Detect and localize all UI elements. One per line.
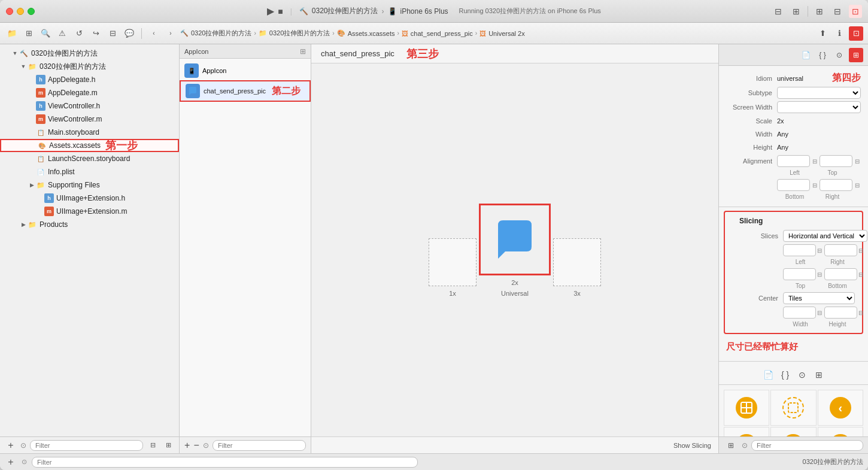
status-filter-input[interactable] [32,457,418,468]
stepper-bottom[interactable]: ⊟ [812,182,817,189]
slot-box-1x[interactable] [429,238,477,286]
tree-item-viewcontroller-h[interactable]: h ViewController.h [0,99,179,113]
breadcrumb-item-1[interactable]: 📁 0320拉伸图片的方法 [259,29,330,38]
grid-icon-1[interactable] [736,397,757,419]
code-split-btn[interactable]: ⊟ [105,26,120,41]
center-select[interactable]: Tiles [783,292,855,304]
asset-filter-input[interactable] [213,440,306,451]
slice-left-stepper[interactable]: ⊟ [817,247,822,254]
search-btn[interactable]: 🔍 [38,26,53,41]
screen-width-select[interactable] [777,101,861,113]
tree-item-launch-storyboard[interactable]: 📋 LaunchScreen.storyboard [0,152,179,165]
alignment-left-input[interactable]: 0 [777,155,810,167]
grid-cell-1[interactable] [724,390,769,426]
close-button[interactable] [6,8,13,15]
sidebar-extra-btn-1[interactable]: ⊟ [147,439,159,451]
breadcrumb-nav-back[interactable]: ‹ [147,26,161,41]
folder-btn[interactable]: 📁 [5,26,19,41]
tree-item-appdelegate-m[interactable]: m AppDelegate.m [0,86,179,99]
inspector-btn[interactable]: ⊡ [849,26,863,41]
bottom-tab-code[interactable]: { } [778,368,793,382]
breadcrumb-item-4[interactable]: 🖼 Universal 2x [479,30,525,37]
asset-item-chat[interactable]: chat_send_press_pic 第二步 [180,80,311,102]
tree-item-uiimage-m[interactable]: m UIImage+Extension.m [0,205,179,218]
tree-item-appdelegate-h[interactable]: h AppDelegate.h [0,73,179,86]
tree-item-supporting[interactable]: 📁 Supporting Files [0,178,179,192]
grid-cell-6[interactable] [818,427,863,436]
stepper-right[interactable]: ⊟ [855,182,860,189]
minimize-button[interactable] [17,8,24,15]
status-add-btn[interactable]: + [5,456,17,468]
arrow-btn[interactable]: ↪ [89,26,103,41]
view-toggle-3[interactable]: ⊡ [849,5,862,18]
run-button[interactable]: ▶ [267,5,274,17]
slice-bottom-stepper[interactable]: ⊟ [858,271,863,278]
breadcrumb-nav-fwd[interactable]: › [163,26,178,41]
refresh-btn[interactable]: ↺ [72,26,86,41]
nav-forward-btn[interactable]: ⊞ [790,5,803,18]
inspector-filter-input[interactable] [751,440,863,451]
inspector-tab-code[interactable]: { } [815,48,830,62]
slices-select[interactable]: Horizontal and Vertical [783,230,867,242]
inspector-tab-layout[interactable]: ⊞ [849,48,863,62]
bottom-tab-layout[interactable]: ⊞ [812,368,826,382]
slice-right-input[interactable]: 49 [824,244,857,256]
bottom-tab-file[interactable]: 📄 [761,368,776,382]
tree-item-project[interactable]: 🔨 0320拉伸图片的方法 [0,47,179,60]
tree-item-viewcontroller-m[interactable]: m ViewController.m [0,113,179,126]
stepper-top[interactable]: ⊟ [855,158,860,165]
grid-icon-3[interactable]: ‹ [830,397,851,419]
slot-3x[interactable]: 3x [553,238,601,297]
tree-item-group[interactable]: 📁 0320拉伸图片的方法 [0,60,179,73]
bottom-tab-obj[interactable]: ⊙ [795,368,809,382]
slice-bottom-input[interactable]: 56 [824,268,857,280]
tree-item-assets[interactable]: 🎨 Assets.xcassets 第一步 [0,139,179,152]
grid-cell-3[interactable]: ‹ [818,390,863,426]
tree-item-plist[interactable]: 📄 Info.plist [0,165,179,178]
slice-height-input[interactable]: 1 [824,307,857,319]
slot-box-3x[interactable] [553,238,601,286]
slice-height-stepper[interactable]: ⊟ [858,310,863,316]
stop-button[interactable]: ■ [278,7,283,16]
inspector-bottom-grid-btn[interactable]: ⊞ [724,438,738,453]
breadcrumb-item-2[interactable]: 🎨 Assets.xcassets [337,29,395,37]
add-asset-btn[interactable]: + [184,439,190,451]
breadcrumb-item-3[interactable]: 🖼 chat_send_press_pic [402,30,473,37]
view-toggle-2[interactable]: ⊟ [831,5,844,18]
slice-right-stepper[interactable]: ⊟ [858,247,863,254]
maximize-button[interactable] [28,8,35,15]
nav-back-btn[interactable]: ⊟ [772,5,785,18]
grid-cell-5[interactable] [770,427,816,436]
show-slicing-btn[interactable]: Show Slicing [673,442,711,449]
slice-width-input[interactable]: 1 [783,307,816,319]
grid-icon-2[interactable] [782,397,804,419]
warning-btn[interactable]: ⚠ [55,26,69,41]
info-btn[interactable]: ℹ [832,26,846,41]
alignment-bottom-input[interactable]: 0 [777,179,810,191]
slice-top-stepper[interactable]: ⊟ [817,271,822,278]
inspector-tab-object[interactable]: ⊙ [832,48,846,62]
alignment-top-input[interactable]: 0 [820,155,852,167]
slot-1x[interactable]: 1x [429,238,477,297]
tree-item-products[interactable]: 📁 Products [0,218,179,231]
alignment-right-input[interactable]: 0 [820,179,852,191]
comment-btn[interactable]: 💬 [122,26,136,41]
tree-item-uiimage-h[interactable]: h UIImage+Extension.h [0,192,179,205]
grid-cell-2[interactable] [770,390,816,426]
asset-item-appicon[interactable]: 📱 AppIcon [180,61,311,80]
view-toggle-1[interactable]: ⊞ [813,5,826,18]
add-file-btn[interactable]: + [5,439,17,451]
slot-2x[interactable]: 2x Universal [479,204,551,297]
slot-box-2x[interactable] [479,204,551,275]
tree-item-main-storyboard[interactable]: 📋 Main.storyboard [0,126,179,139]
slice-width-stepper[interactable]: ⊟ [817,310,822,316]
sidebar-extra-btn-2[interactable]: ⊞ [162,439,174,451]
remove-asset-btn[interactable]: − [194,439,200,451]
inspector-tab-file[interactable]: 📄 [799,48,813,62]
sidebar-filter-input[interactable] [30,440,143,451]
grid-cell-4[interactable] [724,427,769,436]
slice-left-input[interactable]: 49 [783,244,816,256]
stepper-left[interactable]: ⊟ [812,158,817,165]
share-btn[interactable]: ⬆ [815,26,830,41]
breadcrumb-item-0[interactable]: 🔨 0320拉伸图片的方法 [180,29,251,38]
